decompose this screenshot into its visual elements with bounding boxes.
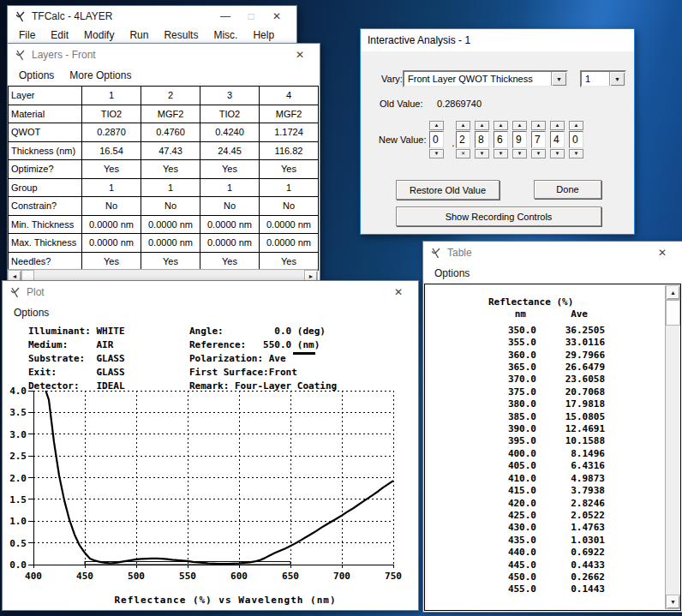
spin-up-icon[interactable]: ▲ — [494, 121, 508, 130]
main-menu-modify[interactable]: Modify — [76, 29, 122, 41]
table-vscrollbar[interactable]: ▲ ▼ — [665, 285, 679, 609]
layers-cell[interactable]: 0.0000 nm — [82, 234, 141, 253]
layers-cell[interactable]: 116.82 — [260, 142, 319, 161]
scrollbar-thumb[interactable] — [666, 300, 680, 326]
layers-cell[interactable]: 0.0000 nm — [141, 216, 200, 235]
layers-cell[interactable]: 2 — [141, 87, 200, 105]
layers-menu-more-options[interactable]: More Options — [62, 69, 139, 81]
main-menu-results[interactable]: Results — [156, 29, 206, 41]
layers-cell[interactable]: 1 — [141, 179, 200, 198]
layers-cell[interactable]: MGF2 — [260, 105, 319, 124]
main-menu-file[interactable]: File — [11, 29, 43, 41]
chevron-down-icon[interactable]: ▼ — [609, 72, 625, 86]
digit-field[interactable]: 8 — [475, 131, 489, 148]
chevron-down-icon[interactable]: ▼ — [551, 72, 566, 86]
spin-down-disabled-icon[interactable]: ✕ — [456, 149, 470, 158]
table-menu-options[interactable]: Options — [427, 267, 477, 279]
layers-cell[interactable]: Yes — [82, 253, 141, 272]
layers-cell[interactable]: No — [82, 197, 141, 216]
minimize-icon[interactable]: — — [212, 5, 238, 27]
layers-menu-options[interactable]: Options — [11, 69, 62, 81]
show-recording-controls-button[interactable]: Show Recording Controls — [396, 206, 601, 226]
spin-up-icon[interactable]: ▲ — [550, 121, 565, 130]
layers-cell[interactable]: 1 — [82, 87, 141, 105]
close-icon[interactable]: ✕ — [649, 242, 675, 264]
close-icon[interactable]: ✕ — [386, 281, 411, 303]
layers-cell[interactable]: 0.0000 nm — [260, 216, 319, 235]
plot-titlebar[interactable]: Plot ✕ — [3, 281, 418, 303]
layers-cell[interactable]: 0.2870 — [82, 123, 141, 142]
scroll-up-icon[interactable]: ▲ — [666, 285, 680, 300]
layers-cell[interactable]: 24.45 — [200, 142, 260, 161]
layers-cell[interactable]: 47.43 — [141, 142, 200, 161]
spin-up-icon[interactable]: ▲ — [475, 121, 489, 130]
digit-field[interactable]: 2 — [456, 131, 470, 148]
digit-field[interactable]: 4 — [550, 131, 565, 148]
main-menu-help[interactable]: Help — [245, 29, 282, 41]
layers-cell[interactable]: Yes — [141, 253, 200, 272]
spin-down-icon[interactable]: ▼ — [429, 149, 444, 158]
spin-up-icon[interactable]: ▲ — [569, 121, 583, 130]
layers-cell[interactable]: 0.0000 nm — [260, 234, 319, 253]
layers-cell[interactable]: 3 — [200, 87, 260, 105]
spin-up-icon[interactable]: ▲ — [512, 121, 527, 130]
spin-up-icon[interactable]: ▲ — [456, 121, 470, 130]
layers-cell[interactable]: No — [260, 197, 319, 216]
spin-down-icon[interactable]: ▼ — [494, 149, 508, 158]
digit-field[interactable]: 6 — [494, 131, 508, 148]
close-icon[interactable]: ✕ — [287, 44, 313, 66]
layers-cell[interactable]: 1.1724 — [260, 123, 319, 142]
layers-titlebar[interactable]: Layers - Front ✕ — [8, 44, 320, 66]
digit-field[interactable]: 0 — [429, 131, 444, 148]
spin-down-icon[interactable]: ▼ — [569, 149, 583, 158]
spin-up-icon[interactable]: ▲ — [531, 121, 546, 130]
layers-cell[interactable]: MGF2 — [141, 105, 200, 124]
layers-cell[interactable]: TIO2 — [200, 105, 260, 124]
layers-cell[interactable]: 0.0000 nm — [200, 216, 260, 235]
spin-down-icon[interactable]: ▼ — [531, 149, 546, 158]
digit-field[interactable]: 0 — [569, 131, 583, 148]
layers-cell[interactable]: 16.54 — [82, 142, 141, 161]
layers-cell[interactable]: 0.4760 — [141, 123, 200, 142]
digit-field[interactable]: 9 — [512, 131, 527, 148]
layers-cell[interactable]: Yes — [260, 160, 319, 179]
spin-down-icon[interactable]: ▼ — [512, 149, 527, 158]
layers-cell[interactable]: Yes — [141, 160, 200, 179]
layers-cell[interactable]: Yes — [260, 253, 319, 272]
main-menu-edit[interactable]: Edit — [43, 29, 76, 41]
layers-cell[interactable]: Yes — [200, 160, 260, 179]
spin-down-icon[interactable]: ▼ — [475, 149, 489, 158]
close-icon[interactable]: ✕ — [264, 5, 290, 27]
layers-cell[interactable]: No — [200, 197, 260, 216]
layers-cell[interactable]: 1 — [200, 179, 260, 198]
main-menu-misc-[interactable]: Misc. — [206, 29, 245, 41]
restore-old-value-button[interactable]: Restore Old Value — [396, 180, 500, 200]
layers-cell[interactable]: 0.4240 — [200, 123, 260, 142]
fraction-digit-column: ▲2✕ — [456, 120, 470, 159]
done-button[interactable]: Done — [534, 180, 601, 199]
layers-cell[interactable]: Yes — [200, 253, 260, 272]
scroll-down-icon[interactable]: ▼ — [666, 595, 680, 609]
layers-cell[interactable]: 4 — [260, 87, 319, 105]
interactive-titlebar[interactable]: Interactive Analysis - 1 — [361, 29, 634, 51]
main-menu-run[interactable]: Run — [122, 29, 156, 41]
digit-field[interactable]: 7 — [531, 131, 546, 148]
maximize-icon[interactable]: □ — [238, 5, 264, 27]
layers-cell[interactable]: 1 — [82, 179, 141, 198]
reflectance-row: 390.012.4691 — [425, 423, 665, 435]
layers-cell[interactable]: 0.0000 nm — [141, 234, 200, 253]
layers-cell[interactable]: Yes — [82, 160, 141, 179]
layers-cell[interactable]: 0.0000 nm — [200, 234, 260, 253]
vary-dropdown[interactable]: Front Layer QWOT Thickness ▼ — [403, 70, 568, 87]
layers-cell[interactable]: No — [141, 197, 200, 216]
layers-cell[interactable]: 0.0000 nm — [82, 216, 141, 235]
spin-up-icon[interactable]: ▲ — [429, 121, 444, 130]
spin-down-icon[interactable]: ▼ — [550, 149, 565, 158]
layers-cell[interactable]: 1 — [260, 179, 319, 198]
scrollbar-track[interactable] — [666, 326, 679, 595]
main-titlebar[interactable]: TFCalc - 4LAYER — □ ✕ — [8, 6, 296, 26]
plot-menu-options[interactable]: Options — [6, 307, 57, 319]
layers-cell[interactable]: TIO2 — [82, 105, 141, 124]
table-titlebar[interactable]: Table ✕ — [423, 242, 682, 264]
layer-number-dropdown[interactable]: 1 ▼ — [580, 70, 626, 87]
